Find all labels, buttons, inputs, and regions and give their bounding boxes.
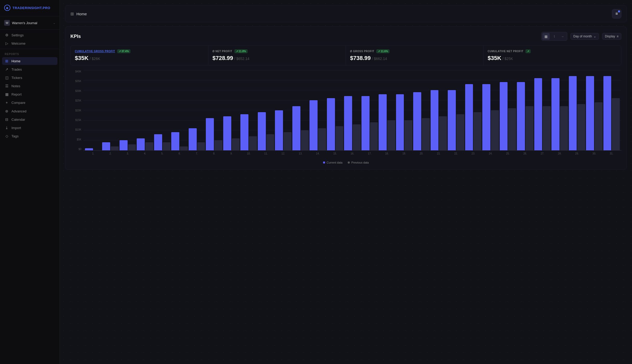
bar-group <box>171 70 188 150</box>
x-axis-label: 23. <box>465 152 482 155</box>
bar-current <box>189 128 197 150</box>
x-axis-label: 28. <box>551 152 568 155</box>
sidebar-item-report[interactable]: ▦ Report <box>2 90 57 98</box>
home-header-icon: ⊞ <box>70 11 74 16</box>
kpi-card-header: Ø GROSS PROFIT ↗ 11.6% <box>350 49 479 53</box>
legend-current: Current data <box>323 161 343 164</box>
bar-previous <box>473 112 482 150</box>
kpi-value: $35K <box>75 55 89 61</box>
kpi-value-line: $728.99 / $652.14 <box>213 55 342 62</box>
bar-previous <box>612 98 620 150</box>
y-axis-label: $0 <box>78 148 81 151</box>
y-axis: $40K$35K$30K$25K$20K$15K$10K$5K$0 <box>70 70 83 151</box>
x-axis-label: 4. <box>137 152 153 155</box>
kpi-card-label: Ø GROSS PROFIT <box>350 50 374 53</box>
bar-previous <box>197 142 205 150</box>
x-axis-label: 17. <box>361 152 378 155</box>
x-axis-label: 10. <box>240 152 257 155</box>
kpi-value-line: $738.99 / $662.14 <box>350 55 479 62</box>
chart-container: $40K$35K$30K$25K$20K$15K$10K$5K$0 1.2.3.… <box>70 70 621 158</box>
sidebar-item-welcome[interactable]: ▷ Welcome <box>2 39 57 47</box>
bar-previous <box>508 108 516 150</box>
bar-previous <box>577 104 585 150</box>
x-axis-label: 9. <box>223 152 240 155</box>
bar-group <box>517 70 533 150</box>
sidebar-item-import[interactable]: ⤓ Import <box>2 124 57 132</box>
x-axis-label: 21. <box>431 152 447 155</box>
bar-current <box>431 90 439 150</box>
bar-chart-button[interactable]: ▦ <box>542 33 550 40</box>
bar-previous <box>491 110 499 151</box>
bar-current <box>344 96 352 150</box>
bar-group <box>85 70 101 150</box>
bar-current <box>154 134 162 150</box>
logo-text: TRADERINSIGHT.PRO <box>12 6 50 10</box>
bar-previous <box>128 144 136 150</box>
bar-previous <box>595 102 603 150</box>
sidebar-item-label: Tickers <box>11 76 22 80</box>
sidebar-item-notes[interactable]: ☰ Notes <box>2 82 57 90</box>
bars-area <box>83 70 621 150</box>
kpi-prev-value: / $662.14 <box>372 57 387 61</box>
bar-group <box>603 70 620 150</box>
y-axis-label: $25K <box>75 99 81 102</box>
x-axis-label: 14. <box>310 152 326 155</box>
sidebar-item-label: Settings <box>11 33 24 37</box>
sidebar-item-tickers[interactable]: ◫ Tickers <box>2 74 57 82</box>
sidebar-item-label: Notes <box>11 84 20 88</box>
sidebar-item-home[interactable]: ⊞ Home <box>2 57 57 65</box>
x-axis-label: 20. <box>413 152 430 155</box>
bar-previous <box>387 120 395 150</box>
bar-previous <box>145 142 153 150</box>
area-chart-button[interactable]: ⌣ <box>559 33 566 40</box>
bar-group <box>327 70 343 150</box>
journal-selector[interactable]: W Warren's Journal ⌄ <box>0 16 60 30</box>
sidebar-item-tags[interactable]: ◇ Tags <box>2 132 57 140</box>
bar-current <box>240 114 248 150</box>
sidebar-item-trades[interactable]: ↗ Trades <box>2 65 57 73</box>
period-selector[interactable]: Day of month ⌄ <box>570 33 599 40</box>
logo-icon: ◉ <box>4 5 10 11</box>
chart-inner <box>83 70 621 151</box>
bar-current <box>517 82 525 150</box>
bar-group <box>292 70 309 150</box>
bar-current <box>465 84 473 150</box>
kpi-card-header: CUMULATIVE NET PROFIT ↗ <box>488 49 617 53</box>
bar-group <box>586 70 602 150</box>
bar-group <box>379 70 395 150</box>
filter-button[interactable]: ≡ <box>612 9 621 18</box>
journal-initial: W <box>4 20 10 26</box>
kpi-card-avg-gross: Ø GROSS PROFIT ↗ 11.6% $738.99 / $662.14 <box>346 46 484 65</box>
chart-legend: Current data Previous data <box>70 161 621 164</box>
compare-icon: ⌖ <box>5 100 9 105</box>
gear-icon: ⚙ <box>5 33 9 37</box>
bar-current <box>327 98 335 150</box>
sidebar-item-settings[interactable]: ⚙ Settings <box>2 31 57 39</box>
kpi-card-cumulative-gross: CUMULATIVE GROSS PROFIT ↗ 37.4% $35K / $… <box>71 46 208 65</box>
bar-current <box>603 76 611 150</box>
sidebar-item-compare[interactable]: ⌖ Compare <box>2 99 57 107</box>
bar-group <box>551 70 568 150</box>
logo[interactable]: ◉ TRADERINSIGHT.PRO <box>4 5 55 11</box>
play-icon: ▷ <box>5 41 9 45</box>
bar-group <box>258 70 274 150</box>
line-chart-button[interactable]: ⌇ <box>551 33 558 40</box>
x-axis-label: 7. <box>189 152 205 155</box>
journal-name: Warren's Journal <box>12 21 51 25</box>
legend-current-label: Current data <box>327 161 343 164</box>
x-axis-label: 31. <box>603 152 620 155</box>
y-axis-label: $15K <box>75 119 81 122</box>
kpi-value: $728.99 <box>213 55 233 61</box>
bar-previous <box>232 138 240 150</box>
x-axis-label: 1. <box>85 152 101 155</box>
sidebar-item-advanced[interactable]: ⊛ Advanced <box>2 107 57 115</box>
sidebar-item-calendar[interactable]: ⊟ Calendar <box>2 116 57 123</box>
sidebar-item-label: Import <box>11 126 21 130</box>
bar-previous <box>422 118 430 150</box>
display-button[interactable]: Display ≡ <box>602 33 621 40</box>
period-label: Day of month <box>573 35 592 38</box>
bar-previous <box>439 116 447 150</box>
bar-group <box>465 70 482 150</box>
kpi-header: KPIs ▦ ⌇ ⌣ Day of month ⌄ Display ≡ <box>70 32 621 41</box>
kpi-card-label[interactable]: CUMULATIVE GROSS PROFIT <box>75 50 115 53</box>
